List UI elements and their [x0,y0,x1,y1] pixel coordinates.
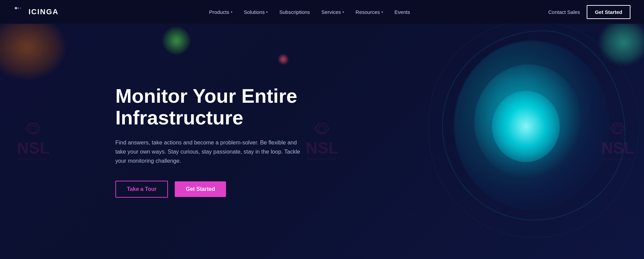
svg-marker-6 [315,123,329,134]
hero-content: Monitor Your Entire Infrastructure Find … [115,65,305,218]
contact-sales-link[interactable]: Contact Sales [547,6,581,18]
take-a-tour-button[interactable]: Take a Tour [115,181,168,198]
blob-green [163,27,190,54]
watermark-nsl-center: NSL [306,140,338,156]
blob-orange [0,24,64,78]
nav-item-products[interactable]: Products ▾ [204,6,237,18]
svg-marker-7 [318,126,326,133]
logo-text: ICINGA [29,7,59,16]
svg-marker-5 [30,126,37,133]
svg-point-2 [18,7,19,9]
chevron-down-icon: ▾ [381,10,383,14]
nav-item-events[interactable]: Events [390,6,415,18]
nav-item-subscriptions[interactable]: Subscriptions [274,6,315,18]
watermark-left: NSL #newserverlife [17,122,50,161]
get-started-nav-button[interactable]: Get Started [587,5,630,19]
watermark-sub-center: #newserverlife [308,157,337,161]
nsl-logo-icon-left [25,122,42,139]
logo[interactable]: ICINGA [14,6,59,18]
nav-actions: Contact Sales Get Started [547,5,630,19]
chevron-down-icon: ▾ [266,10,268,14]
chevron-down-icon: ▾ [231,10,232,14]
logo-icon [14,6,26,18]
nav-links: Products ▾ Solutions ▾ Subscriptions Ser… [72,6,547,18]
nav-item-services[interactable]: Services ▾ [317,6,349,18]
svg-marker-4 [26,123,40,134]
svg-point-1 [15,7,17,9]
get-started-hero-button[interactable]: Get Started [175,181,226,197]
hero-subtitle: Find answers, take actions and become a … [115,138,305,166]
hero-section: NSL #newserverlife NSL #newserverlife NS… [0,24,644,259]
hero-buttons: Take a Tour Get Started [115,181,305,198]
nsl-logo-icon-center [314,122,330,139]
watermark-nsl-left: NSL [17,140,50,156]
navbar: ICINGA Products ▾ Solutions ▾ Subscripti… [0,0,644,24]
nav-item-resources[interactable]: Resources ▾ [351,6,388,18]
nav-item-solutions[interactable]: Solutions ▾ [239,6,273,18]
chevron-down-icon: ▾ [342,10,344,14]
hero-title: Monitor Your Entire Infrastructure [115,85,305,128]
blob-pink [278,54,288,64]
watermark-sub-left: #newserverlife [19,157,48,161]
watermark-center: NSL #newserverlife [306,122,338,161]
svg-point-3 [20,7,21,9]
